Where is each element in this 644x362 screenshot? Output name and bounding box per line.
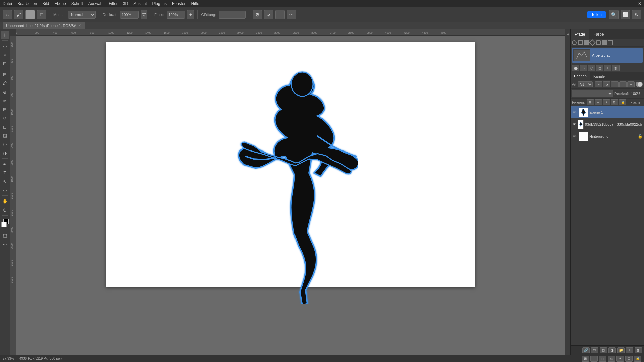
history-brush[interactable]: ↺ [1, 114, 9, 122]
frame-tool[interactable]: ⬚ [1, 231, 9, 239]
layer-visibility-eye[interactable]: 👁 [573, 134, 577, 139]
menu-hilfe[interactable]: Hilfe [191, 1, 199, 6]
canvas-wrapper[interactable] [16, 36, 565, 355]
menu-ebene[interactable]: Ebene [54, 1, 66, 6]
background-box[interactable] [1, 222, 7, 227]
deckraft-icon[interactable]: ▽ [141, 10, 147, 19]
path-icon-fill[interactable] [602, 40, 607, 45]
layer-visibility-eye[interactable]: 👁 [573, 110, 577, 115]
layers-tab-ebenen[interactable]: Ebenen [571, 72, 590, 80]
marquee-tool[interactable]: ▭ [1, 42, 9, 50]
path-icon-diamond[interactable] [584, 40, 589, 45]
path-icon-stroke[interactable] [608, 40, 613, 45]
menu-schrift[interactable]: Schrift [71, 1, 83, 6]
glattung-input[interactable] [219, 11, 246, 19]
document-tab[interactable]: Unbenannt-1 bei 27,9% (Ebene 1, RGB/8)* … [3, 22, 85, 29]
path-fill-btn[interactable]: ⬤ [572, 65, 579, 71]
share-button[interactable]: Teilen [587, 11, 606, 18]
shape-tool[interactable]: ▭ [1, 186, 9, 194]
move-tool[interactable]: ✛ [1, 31, 9, 39]
tab-pfade[interactable]: Pfade [571, 29, 589, 39]
angle-icon[interactable]: ⌀ [264, 10, 273, 19]
brush-tool-left[interactable]: ✏ [1, 97, 9, 105]
menu-fenster[interactable]: Fenster [172, 1, 186, 6]
zoom-tool[interactable]: ⊕ [1, 206, 9, 214]
lock-transparent-btn[interactable]: ⊞ [587, 99, 594, 105]
lock-artboard-btn[interactable]: ⊡ [611, 99, 618, 105]
menu-filter[interactable]: Filter [109, 1, 118, 6]
foreground-color[interactable] [25, 10, 35, 19]
dodge-tool[interactable]: ◑ [1, 149, 9, 157]
status-icon-4[interactable]: ▭ [608, 356, 615, 362]
menu-datei[interactable]: Datei [3, 1, 12, 6]
stamp-tool[interactable]: ⊞ [1, 105, 9, 113]
status-icon-1[interactable]: ⊞ [582, 356, 589, 362]
lasso-tool[interactable]: ⌾ [1, 51, 9, 59]
object-select-tool[interactable]: ⊡ [1, 59, 9, 67]
eraser-tool-left[interactable]: ◻ [1, 123, 9, 131]
menu-3d[interactable]: 3D [123, 1, 128, 6]
path-item-arbeitspad[interactable]: Arbeitspfad [572, 48, 643, 63]
tab-farbe[interactable]: Farbe [589, 29, 608, 39]
delete-layer-btn[interactable]: 🗑 [635, 347, 642, 353]
menu-ansicht[interactable]: Ansicht [133, 1, 147, 6]
hand-tool[interactable]: ✋ [1, 197, 9, 205]
type-tool[interactable]: T [1, 169, 9, 177]
blur-tool[interactable]: ◌ [1, 140, 9, 148]
status-icon-6[interactable]: ⊡ [625, 356, 633, 362]
crop-tool[interactable]: ⊞ [1, 70, 9, 78]
add-mask-btn[interactable]: ◻ [600, 347, 607, 353]
window-maximize[interactable]: □ [633, 1, 635, 6]
lock-position-btn[interactable]: + [603, 99, 610, 105]
add-group-btn[interactable]: 📁 [617, 347, 625, 353]
path-icon-square[interactable] [578, 40, 583, 45]
modus-select[interactable]: Normal Aufhellen Abdunkeln [68, 11, 96, 19]
menu-auswahl[interactable]: Auswahl [88, 1, 103, 6]
path-to-selection-btn[interactable]: ⬡ [588, 65, 595, 71]
layer-item-hintergrund[interactable]: 👁 Hintergrund 🔒 [571, 130, 644, 142]
filter-type-select[interactable]: Art [578, 81, 593, 87]
extra-tools[interactable]: ⋯ [1, 240, 9, 248]
path-select-tool[interactable]: ↖ [1, 177, 9, 185]
layer-item-ebene1[interactable]: 👁 Ebene 1 [571, 106, 644, 118]
gradient-tool[interactable]: ▨ [1, 131, 9, 139]
filter-adj-btn[interactable]: ◑ [603, 81, 610, 87]
panel-collapse-strip[interactable]: ◀ [565, 29, 570, 355]
link-layers-btn[interactable]: 🔗 [582, 347, 590, 353]
filter-pixel-btn[interactable]: P [595, 81, 602, 87]
rotate-icon[interactable]: ↻ [632, 10, 641, 19]
status-icon-2[interactable]: ↓ [590, 356, 598, 362]
brush-tool[interactable]: 🖌 [14, 10, 23, 19]
menu-bearbeiten[interactable]: Bearbeiten [17, 1, 37, 6]
window-minimize[interactable]: ─ [627, 1, 630, 6]
path-icon-rect[interactable] [596, 40, 601, 45]
lock-brush-btn[interactable]: ✏ [595, 99, 602, 105]
new-path-btn[interactable]: + [604, 65, 611, 71]
status-icon-5[interactable]: + [616, 356, 624, 362]
menu-plugins[interactable]: Plug-ins [152, 1, 167, 6]
blend-mode-select[interactable]: Normal [572, 90, 613, 97]
menu-bild[interactable]: Bild [42, 1, 49, 6]
delete-path-btn[interactable]: 🗑 [612, 65, 620, 71]
status-icon-3[interactable]: ◻ [599, 356, 606, 362]
window-close[interactable]: ✕ [638, 1, 641, 6]
airbrush-icon[interactable]: ✦ [187, 10, 194, 19]
filter-type-btn[interactable]: T [611, 81, 619, 87]
search-icon[interactable]: 🔍 [609, 10, 619, 19]
home-button[interactable]: ⌂ [3, 10, 12, 19]
close-tab-icon[interactable]: ✕ [78, 24, 81, 27]
lock-all-btn[interactable]: 🔒 [619, 99, 626, 105]
collapse-icon[interactable]: ◀ [567, 32, 569, 36]
path-icon-circle[interactable] [572, 40, 577, 45]
eyedropper-tool[interactable]: 🖊 [1, 79, 9, 87]
fluss-input[interactable] [167, 11, 185, 19]
status-icon-7[interactable]: 🔒 [634, 356, 641, 362]
zoom-icon[interactable]: ⬜ [621, 10, 630, 19]
pen-tool[interactable]: ✒ [1, 160, 9, 168]
path-stroke-btn[interactable]: ○ [580, 65, 587, 71]
filter-sm-btn[interactable]: ⊕ [627, 81, 635, 87]
filter-toggle[interactable] [636, 82, 643, 87]
symmetry-icon[interactable]: ⊹ [275, 10, 285, 19]
add-style-btn[interactable]: fx [591, 347, 598, 353]
deckraft-input[interactable] [120, 11, 139, 19]
